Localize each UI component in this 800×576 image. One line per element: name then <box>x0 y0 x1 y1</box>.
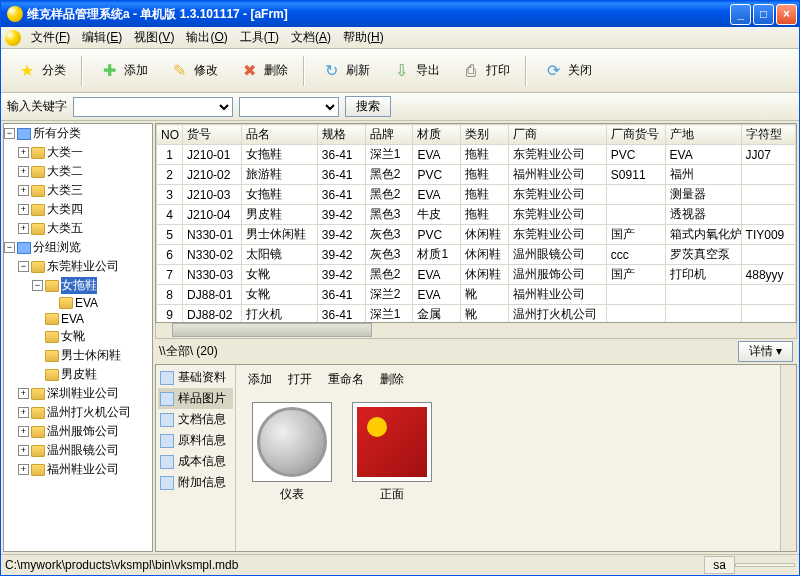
field-combo[interactable] <box>239 97 339 117</box>
detail-tab[interactable]: 文档信息 <box>158 409 233 430</box>
table-row[interactable]: 5N330-01男士休闲鞋39-42灰色3PVC休闲鞋东莞鞋业公司国产箱式内氧化… <box>157 225 796 245</box>
add-icon: ✚ <box>98 60 120 82</box>
thumbnail-item[interactable]: 仪表 <box>252 402 332 503</box>
detail-action[interactable]: 重命名 <box>328 371 364 388</box>
close-window-button[interactable]: × <box>776 4 797 25</box>
folder-icon <box>31 204 45 216</box>
expand-icon[interactable]: + <box>18 204 29 215</box>
detail-tab[interactable]: 基础资料 <box>158 367 233 388</box>
menu-h[interactable]: 帮助(H) <box>337 27 390 48</box>
table-row[interactable]: 2J210-02旅游鞋36-41黑色2PVC拖鞋福州鞋业公司S0911福州 <box>157 165 796 185</box>
table-row[interactable]: 6N330-02太阳镜39-42灰色3材质1休闲鞋温州眼镜公司ccc罗茨真空泵 <box>157 245 796 265</box>
data-grid[interactable]: NO货号品名规格品牌材质类别厂商厂商货号产地字符型1J210-01女拖鞋36-4… <box>155 123 797 323</box>
keyword-combo[interactable] <box>73 97 233 117</box>
folder-icon <box>45 350 59 362</box>
menu-bar: 文件(F)编辑(E)视图(V)输出(O)工具(T)文档(A)帮助(H) <box>1 27 799 49</box>
table-row[interactable]: 8DJ88-01女靴36-41深兰2EVA靴福州鞋业公司 <box>157 285 796 305</box>
tree-node[interactable]: 女靴 <box>4 327 152 346</box>
table-row[interactable]: 4J210-04男皮鞋39-42黑色3牛皮拖鞋东莞鞋业公司透视器 <box>157 205 796 225</box>
tree-node[interactable]: +大类二 <box>4 162 152 181</box>
detail-action[interactable]: 添加 <box>248 371 272 388</box>
tree-node[interactable]: +福州鞋业公司 <box>4 460 152 479</box>
close-button[interactable]: ⟳关闭 <box>533 55 601 87</box>
tree-node[interactable]: +大类一 <box>4 143 152 162</box>
expand-icon[interactable]: − <box>4 242 15 253</box>
detail-tab[interactable]: 原料信息 <box>158 430 233 451</box>
detail-action[interactable]: 删除 <box>380 371 404 388</box>
expand-icon[interactable]: + <box>18 147 29 158</box>
category-tree[interactable]: −所有分类+大类一+大类二+大类三+大类四+大类五−分组浏览−东莞鞋业公司−女拖… <box>3 123 153 552</box>
maximize-button[interactable]: □ <box>753 4 774 25</box>
tree-node[interactable]: −女拖鞋 <box>4 276 152 295</box>
col-header[interactable]: 字符型 <box>741 125 795 145</box>
thumbnail-item[interactable]: 正面 <box>352 402 432 503</box>
tree-node[interactable]: +温州服饰公司 <box>4 422 152 441</box>
add-button[interactable]: ✚添加 <box>89 55 157 87</box>
modify-button[interactable]: ✎修改 <box>159 55 227 87</box>
delete-button[interactable]: ✖删除 <box>229 55 297 87</box>
col-header[interactable]: 规格 <box>317 125 365 145</box>
category-button[interactable]: ★分类 <box>7 55 75 87</box>
expand-icon[interactable]: + <box>18 223 29 234</box>
tree-node[interactable]: EVA <box>4 295 152 311</box>
app-icon <box>7 6 23 22</box>
minimize-button[interactable]: _ <box>730 4 751 25</box>
col-header[interactable]: 货号 <box>183 125 242 145</box>
detail-button[interactable]: 详情 ▾ <box>738 341 793 362</box>
tree-node[interactable]: 男士休闲鞋 <box>4 346 152 365</box>
table-row[interactable]: 1J210-01女拖鞋36-41深兰1EVA拖鞋东莞鞋业公司PVCEVAJJ07 <box>157 145 796 165</box>
tree-node[interactable]: −分组浏览 <box>4 238 152 257</box>
expand-icon[interactable]: − <box>32 280 43 291</box>
tree-node[interactable]: 男皮鞋 <box>4 365 152 384</box>
tree-node[interactable]: −所有分类 <box>4 124 152 143</box>
col-header[interactable]: 厂商货号 <box>606 125 665 145</box>
col-header[interactable]: 类别 <box>461 125 509 145</box>
tree-node[interactable]: EVA <box>4 311 152 327</box>
detail-tab[interactable]: 成本信息 <box>158 451 233 472</box>
export-button[interactable]: ⇩导出 <box>381 55 449 87</box>
tree-node[interactable]: −东莞鞋业公司 <box>4 257 152 276</box>
detail-tab[interactable]: 样品图片 <box>158 388 233 409</box>
menu-o[interactable]: 输出(O) <box>180 27 233 48</box>
col-header[interactable]: NO <box>157 125 183 145</box>
tree-node[interactable]: +温州打火机公司 <box>4 403 152 422</box>
refresh-button[interactable]: ↻刷新 <box>311 55 379 87</box>
detail-action[interactable]: 打开 <box>288 371 312 388</box>
expand-icon[interactable]: + <box>18 426 29 437</box>
search-button[interactable]: 搜索 <box>345 96 391 117</box>
table-row[interactable]: 9DJ88-02打火机36-41深兰1金属靴温州打火机公司 <box>157 305 796 324</box>
menu-v[interactable]: 视图(V) <box>128 27 180 48</box>
detail-scrollbar[interactable] <box>780 365 796 551</box>
expand-icon[interactable]: + <box>18 185 29 196</box>
menu-e[interactable]: 编辑(E) <box>76 27 128 48</box>
print-button[interactable]: ⎙打印 <box>451 55 519 87</box>
grid-scrollbar[interactable] <box>155 323 797 339</box>
tree-node[interactable]: +温州眼镜公司 <box>4 441 152 460</box>
table-row[interactable]: 7N330-03女靴39-42黑色2EVA休闲鞋温州服饰公司国产打印机488yy… <box>157 265 796 285</box>
col-header[interactable]: 厂商 <box>509 125 607 145</box>
expand-icon[interactable]: + <box>18 166 29 177</box>
tree-node[interactable]: +大类四 <box>4 200 152 219</box>
expand-icon[interactable]: − <box>18 261 29 272</box>
folder-icon <box>45 369 59 381</box>
expand-icon[interactable]: + <box>18 388 29 399</box>
col-header[interactable]: 品名 <box>241 125 317 145</box>
col-header[interactable]: 产地 <box>665 125 741 145</box>
menu-f[interactable]: 文件(F) <box>25 27 76 48</box>
tree-node[interactable]: +大类五 <box>4 219 152 238</box>
detail-tab[interactable]: 附加信息 <box>158 472 233 493</box>
expand-icon[interactable]: − <box>4 128 15 139</box>
col-header[interactable]: 品牌 <box>365 125 413 145</box>
menu-a[interactable]: 文档(A) <box>285 27 337 48</box>
tree-node[interactable]: +大类三 <box>4 181 152 200</box>
expand-icon[interactable]: + <box>18 445 29 456</box>
status-user: sa <box>704 556 735 574</box>
export-icon: ⇩ <box>390 60 412 82</box>
menu-t[interactable]: 工具(T) <box>234 27 285 48</box>
table-row[interactable]: 3J210-03女拖鞋36-41黑色2EVA拖鞋东莞鞋业公司测量器 <box>157 185 796 205</box>
expand-icon[interactable]: + <box>18 407 29 418</box>
expand-icon[interactable]: + <box>18 464 29 475</box>
tree-node[interactable]: +深圳鞋业公司 <box>4 384 152 403</box>
folder-icon <box>31 185 45 197</box>
col-header[interactable]: 材质 <box>413 125 461 145</box>
